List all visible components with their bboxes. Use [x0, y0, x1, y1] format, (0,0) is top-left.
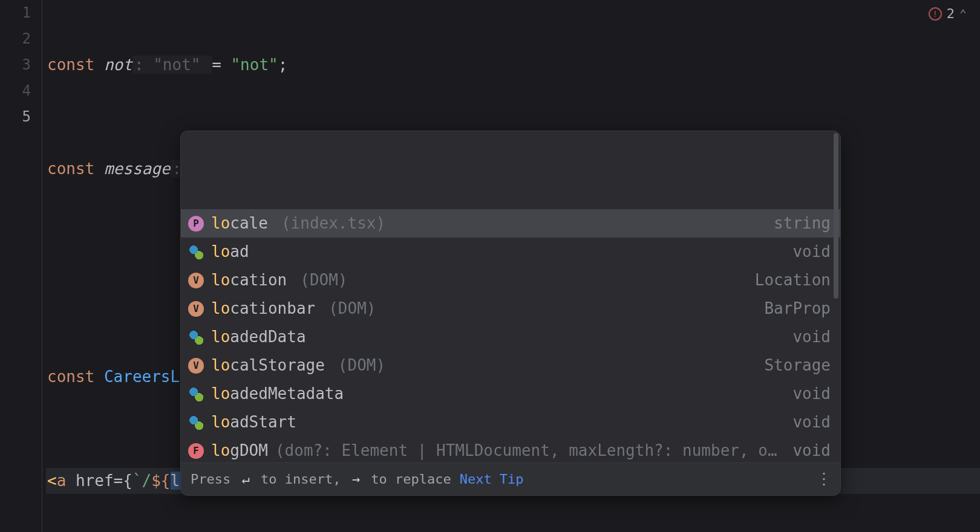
kebab-menu-icon[interactable]: ⋮: [816, 466, 831, 492]
code-line[interactable]: const not: "not" = "not";: [46, 52, 980, 78]
completion-label: location: [211, 267, 287, 293]
space: [66, 472, 76, 490]
completion-return-type: void: [792, 239, 831, 265]
template-open: `: [132, 472, 142, 490]
footer-text: to replace: [363, 466, 451, 492]
completion-label: logDOM: [211, 438, 268, 462]
inlay-hint: : "not": [132, 56, 212, 74]
variable-icon: V: [188, 358, 204, 374]
enter-key-icon: ↵: [241, 466, 249, 492]
line-number: 3: [0, 52, 31, 78]
tag-open: <: [47, 472, 57, 490]
event-icon: [188, 244, 204, 260]
code-area[interactable]: const not: "not" = "not"; const message:…: [42, 0, 980, 532]
semicolon: ;: [278, 56, 288, 74]
tab-key-icon: →: [352, 466, 360, 492]
completion-popup[interactable]: Plocale(index.tsx)stringloadvoidVlocatio…: [180, 131, 841, 496]
completion-return-type: void: [792, 438, 831, 462]
event-icon: [188, 415, 204, 430]
string: /: [142, 472, 152, 490]
next-tip-link[interactable]: Next Tip: [460, 466, 524, 492]
completion-label: load: [211, 239, 249, 265]
completion-item[interactable]: loadedDatavoid: [181, 323, 840, 351]
variable-icon: V: [188, 301, 204, 317]
completion-signature: (dom?: Element | HTMLDocument, maxLength…: [275, 438, 777, 462]
property-icon: P: [188, 216, 204, 232]
string: "not": [221, 56, 278, 74]
footer-text: to insert,: [253, 466, 349, 492]
completion-item[interactable]: FlogDOM(dom?: Element | HTMLDocument, ma…: [181, 436, 840, 462]
completion-item[interactable]: loadvoid: [181, 238, 840, 266]
function-icon: F: [188, 443, 204, 459]
space: [94, 368, 104, 386]
completion-label: loadedData: [211, 324, 306, 350]
completion-return-type: void: [792, 324, 831, 350]
completion-hint: (DOM): [300, 267, 347, 293]
space: [94, 56, 104, 74]
completion-hint: (DOM): [338, 352, 385, 378]
completion-list[interactable]: Plocale(index.tsx)stringloadvoidVlocatio…: [181, 131, 840, 462]
footer-text: Press: [191, 466, 238, 492]
completion-item[interactable]: loadStartvoid: [181, 408, 840, 436]
completion-item[interactable]: Vlocation(DOM)Location: [181, 266, 840, 294]
event-icon: [188, 329, 204, 345]
scrollbar[interactable]: [834, 133, 838, 299]
completion-return-type: Storage: [764, 352, 831, 378]
equals: =: [114, 472, 123, 490]
completion-item[interactable]: VlocalStorage(DOM)Storage: [181, 351, 840, 380]
line-number-gutter: 1 2 3 4 5: [0, 0, 42, 532]
completion-item[interactable]: Plocale(index.tsx)string: [181, 209, 840, 238]
template-expr-open: ${: [151, 472, 170, 490]
line-number: 1: [0, 0, 31, 26]
completion-item[interactable]: Vlocationbar(DOM)BarProp: [181, 294, 840, 323]
event-icon: [188, 386, 204, 402]
completion-label: localStorage: [211, 352, 325, 378]
code-editor[interactable]: 2 ⌃ 1 2 3 4 5 const not: "not" = "not"; …: [0, 0, 980, 532]
variable-icon: V: [188, 273, 204, 288]
tag-name: a: [57, 472, 67, 490]
line-number: 5: [0, 104, 31, 130]
completion-return-type: void: [792, 409, 831, 435]
brace: {: [123, 472, 132, 490]
completion-return-type: BarProp: [764, 296, 831, 322]
completion-item[interactable]: loadedMetadatavoid: [181, 380, 840, 408]
keyword: const: [47, 160, 94, 178]
completion-hint: (index.tsx): [281, 210, 385, 236]
completion-return-type: Location: [755, 267, 831, 293]
completion-label: loadedMetadata: [211, 381, 344, 407]
completion-label: locale: [211, 210, 268, 236]
keyword: const: [47, 56, 94, 74]
completion-label: locationbar: [211, 296, 315, 322]
line-number: 4: [0, 78, 31, 104]
completion-return-type: string: [774, 210, 831, 236]
completion-hint: (DOM): [328, 296, 376, 322]
identifier: not: [104, 56, 132, 74]
completion-return-type: void: [792, 381, 831, 407]
completion-footer: Press ↵ to insert, → to replace Next Tip…: [181, 462, 840, 495]
attr: href: [76, 472, 114, 490]
identifier: message: [104, 160, 171, 178]
keyword: const: [47, 368, 94, 386]
space: [94, 160, 104, 178]
line-number: 2: [0, 26, 31, 52]
operator: =: [212, 56, 221, 74]
completion-label: loadStart: [211, 409, 296, 435]
